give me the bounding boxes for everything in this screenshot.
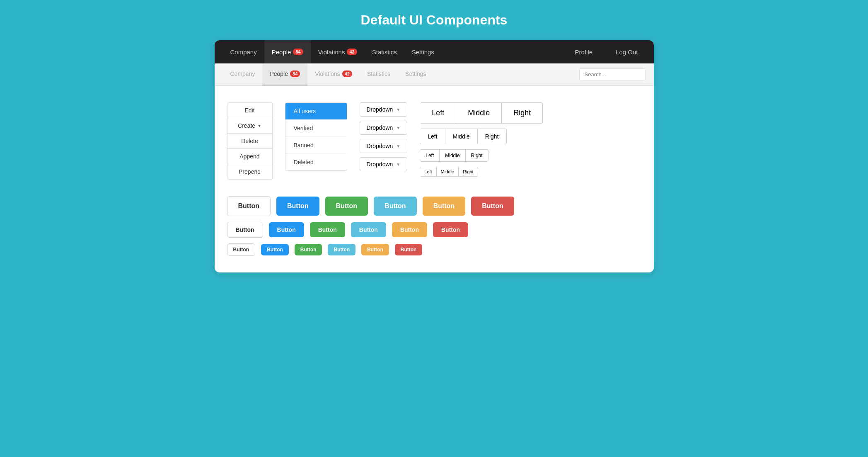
btn-lg-info[interactable]: Button	[374, 197, 417, 216]
btn-group-sm-left[interactable]: Left	[420, 149, 440, 162]
dropdown-btn-1[interactable]: Dropdown ▼	[360, 102, 408, 117]
btn-md-warning[interactable]: Button	[392, 222, 427, 237]
dropdown-btn-2[interactable]: Dropdown ▼	[360, 121, 408, 135]
btn-sm-warning[interactable]: Button	[361, 244, 389, 255]
list-item-append[interactable]: Append	[227, 149, 272, 164]
dropdown-btn-3[interactable]: Dropdown ▼	[360, 139, 408, 153]
btn-group-md-right[interactable]: Right	[477, 129, 507, 144]
buttons-row-md: Button Button Button Button Button Butto…	[227, 222, 641, 238]
btn-lg-primary[interactable]: Button	[276, 197, 319, 216]
light-violations-badge: 42	[342, 70, 352, 77]
btn-group-lg-middle[interactable]: Middle	[456, 102, 502, 124]
dropdown-btn-4[interactable]: Dropdown ▼	[360, 157, 408, 171]
dropdown-arrow-icon-4: ▼	[396, 162, 400, 167]
btn-lg-warning[interactable]: Button	[423, 197, 466, 216]
btn-sm-success[interactable]: Button	[295, 244, 322, 255]
btn-lg-success[interactable]: Button	[325, 197, 368, 216]
dd-item-verified[interactable]: Verified	[285, 120, 347, 137]
main-card: Company People 84 Violations 42 Statisti…	[215, 40, 654, 272]
people-badge: 84	[293, 49, 303, 55]
dark-nav-violations[interactable]: Violations 42	[311, 40, 365, 63]
btn-group-md-left[interactable]: Left	[420, 129, 445, 144]
dropdown-arrow-icon-1: ▼	[396, 107, 400, 112]
dd-item-banned[interactable]: Banned	[285, 137, 347, 154]
list-item-edit[interactable]: Edit	[227, 103, 272, 118]
btn-lg-default[interactable]: Button	[227, 196, 271, 216]
dark-nav-settings[interactable]: Settings	[404, 40, 442, 63]
btn-sm-info[interactable]: Button	[328, 244, 355, 255]
btn-md-success[interactable]: Button	[310, 222, 345, 237]
btn-md-info[interactable]: Button	[351, 222, 386, 237]
dark-nav-profile[interactable]: Profile	[568, 40, 600, 63]
dark-nav-company[interactable]: Company	[223, 40, 264, 63]
violations-badge: 42	[347, 49, 357, 55]
button-list: Edit Create ▼ Delete Append Prepend	[227, 102, 273, 180]
btn-group-xs-middle[interactable]: Middle	[436, 167, 459, 177]
dark-nav-items: Company People 84 Violations 42 Statisti…	[223, 40, 568, 63]
btn-md-primary[interactable]: Button	[269, 222, 304, 237]
buttons-section: Button Button Button Button Button Butto…	[227, 196, 641, 256]
dropdown-buttons-col: Dropdown ▼ Dropdown ▼ Dropdown ▼ Dropdow…	[360, 102, 408, 171]
btn-group-sm: Left Middle Right	[420, 149, 543, 162]
buttons-row-sm: Button Button Button Button Button Butto…	[227, 243, 641, 256]
btn-sm-primary[interactable]: Button	[261, 244, 289, 255]
dark-nav-logout[interactable]: Log Out	[608, 40, 645, 63]
btn-group-lg-right[interactable]: Right	[501, 102, 543, 124]
button-groups-col: Left Middle Right Left Middle Right Left…	[420, 102, 543, 177]
btn-group-sm-middle[interactable]: Middle	[439, 149, 465, 162]
light-nav-settings[interactable]: Settings	[398, 63, 434, 86]
btn-group-xs-right[interactable]: Right	[458, 167, 478, 177]
btn-group-xs-left[interactable]: Left	[420, 167, 436, 177]
light-nav-items: Company People 84 Violations 42 Statisti…	[223, 63, 579, 86]
btn-md-danger[interactable]: Button	[433, 222, 468, 237]
btn-group-lg: Left Middle Right	[420, 102, 543, 124]
dark-nav-statistics[interactable]: Statistics	[365, 40, 404, 63]
dropdown-arrow-icon-3: ▼	[396, 144, 400, 148]
light-nav-company[interactable]: Company	[223, 63, 263, 86]
main-content: Edit Create ▼ Delete Append Prepend All …	[215, 86, 654, 272]
list-item-prepend[interactable]: Prepend	[227, 164, 272, 179]
btn-sm-default[interactable]: Button	[227, 243, 256, 256]
btn-group-sm-right[interactable]: Right	[465, 149, 488, 162]
btn-group-md: Left Middle Right	[420, 129, 543, 144]
dd-item-all-users[interactable]: All users	[285, 103, 347, 120]
list-item-delete[interactable]: Delete	[227, 134, 272, 149]
light-nav-violations[interactable]: Violations 42	[307, 63, 360, 86]
components-row: Edit Create ▼ Delete Append Prepend All …	[227, 102, 641, 180]
dark-nav-right: Profile Log Out	[568, 40, 646, 63]
page-title: Default UI Components	[361, 12, 508, 28]
btn-group-xs: Left Middle Right	[420, 167, 543, 177]
dark-nav-people[interactable]: People 84	[264, 40, 311, 63]
create-arrow-icon: ▼	[257, 124, 261, 128]
dd-item-deleted[interactable]: Deleted	[285, 154, 347, 170]
light-nav-statistics[interactable]: Statistics	[360, 63, 398, 86]
dropdown-arrow-icon-2: ▼	[396, 126, 400, 130]
btn-group-md-middle[interactable]: Middle	[445, 129, 478, 144]
search-input[interactable]	[579, 68, 646, 80]
btn-group-lg-left[interactable]: Left	[420, 102, 456, 124]
dark-navbar: Company People 84 Violations 42 Statisti…	[215, 40, 654, 63]
dropdown-list: All users Verified Banned Deleted	[285, 102, 347, 171]
light-navbar: Company People 84 Violations 42 Statisti…	[215, 63, 654, 86]
buttons-row-lg: Button Button Button Button Button Butto…	[227, 196, 641, 216]
btn-lg-danger[interactable]: Button	[471, 197, 514, 216]
light-nav-people[interactable]: People 84	[262, 63, 307, 86]
light-people-badge: 84	[290, 70, 300, 77]
btn-md-default[interactable]: Button	[227, 222, 263, 238]
btn-sm-danger[interactable]: Button	[395, 244, 423, 255]
list-item-create[interactable]: Create ▼	[227, 118, 272, 134]
